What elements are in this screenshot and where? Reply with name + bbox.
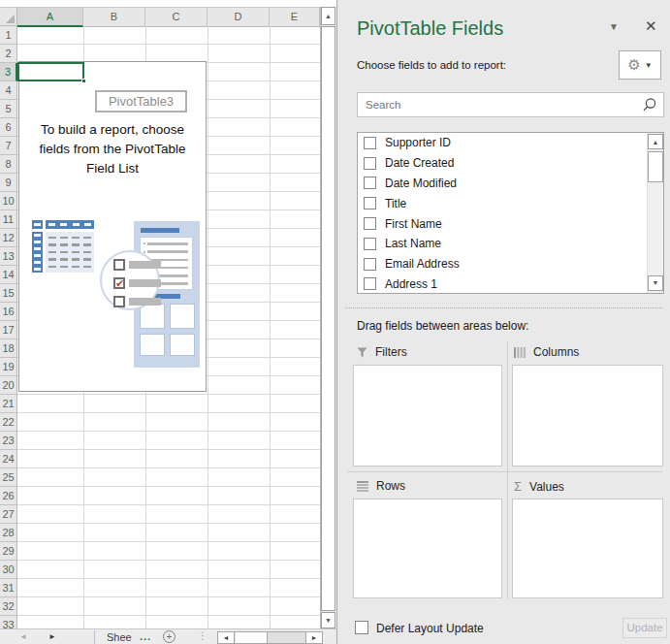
field-item[interactable]: Last Name [358,234,663,254]
field-item[interactable]: Title [358,193,663,213]
row-header-3[interactable]: 3 [0,63,17,81]
scroll-down-button[interactable]: ▼ [648,275,663,291]
search-icon[interactable] [641,97,657,117]
field-item[interactable]: Address 1 [358,274,663,294]
pivottable-fields-pane: PivotTable Fields ▼ ✕ Choose fields to a… [337,0,670,644]
field-checkbox[interactable] [364,258,376,271]
row-header-18[interactable]: 18 [0,339,17,358]
row-header-22[interactable]: 22 [0,413,17,432]
row-header-19[interactable]: 19 [0,358,17,376]
vertical-scroll-thumb[interactable] [321,26,335,611]
sheet-tab-overflow-dots[interactable]: ... [140,630,151,642]
row-header-6[interactable]: 6 [0,118,17,137]
pivottable-name-box: PivotTable3 [95,90,187,113]
horizontal-scrollbar[interactable]: ◄ ► [217,631,323,644]
values-drop-zone[interactable] [512,499,663,598]
column-header-c[interactable]: C [145,8,207,27]
row-header-14[interactable]: 14 [0,266,17,284]
pivottable-placeholder-message: To build a report, choose fields from th… [30,120,195,178]
defer-layout-label: Defer Layout Update [376,622,484,635]
rows-drop-zone[interactable] [353,499,502,598]
row-header-8[interactable]: 8 [0,155,17,174]
row-header-17[interactable]: 17 [0,321,17,339]
row-header-15[interactable]: 15 [0,284,17,303]
row-header-32[interactable]: 32 [0,597,17,616]
field-list[interactable]: Supporter IDDate CreatedDate ModifiedTit… [357,132,664,294]
field-checkbox[interactable] [364,238,376,250]
rows-area-label: Rows [357,479,405,493]
row-header-25[interactable]: 25 [0,468,17,487]
new-sheet-button[interactable]: + [163,630,175,643]
row-header-21[interactable]: 21 [0,395,17,413]
gridline [270,26,271,628]
row-header-9[interactable]: 9 [0,174,17,192]
row-header-16[interactable]: 16 [0,303,17,321]
magnifier-checkbox-graphic-icon: ✔ [100,250,160,310]
sheet-tab[interactable]: Shee [107,631,132,643]
row-header-4[interactable]: 4 [0,81,17,100]
field-list-scrollbar[interactable]: ▲ ▼ [647,133,663,293]
row-header-10[interactable]: 10 [0,192,17,210]
pivottable-placeholder: PivotTable3 To build a report, choose fi… [18,61,207,392]
field-checkbox[interactable] [364,217,376,230]
fill-handle[interactable] [81,79,86,83]
row-header-7[interactable]: 7 [0,137,17,155]
search-input[interactable] [358,93,639,116]
filters-drop-zone[interactable] [353,365,502,467]
row-header-29[interactable]: 29 [0,542,17,561]
prev-sheet-button[interactable]: ◄ [19,632,27,641]
row-header-27[interactable]: 27 [0,505,17,524]
pane-options-chevron-icon[interactable]: ▼ [609,21,619,32]
choose-fields-label: Choose fields to add to report: [357,59,506,71]
scroll-up-button[interactable]: ▲ [321,7,335,25]
row-header-33[interactable]: 33 [0,616,17,628]
field-checkbox[interactable] [364,137,376,149]
field-item[interactable]: Supporter ID [358,133,663,153]
active-cell-a3[interactable] [17,62,84,81]
field-label: Title [385,197,406,210]
scroll-right-button[interactable]: ► [305,632,322,643]
field-label: Last Name [385,237,441,250]
row-header-26[interactable]: 26 [0,487,17,505]
column-header-b[interactable]: B [83,8,145,27]
defer-layout-checkbox[interactable] [355,621,368,634]
columns-drop-zone[interactable] [512,365,663,467]
row-header-28[interactable]: 28 [0,524,17,542]
worksheet-area[interactable]: ABCDE 1234567891011121314151617181920212… [0,0,336,628]
scroll-left-button[interactable]: ◄ [218,632,235,643]
field-checkbox[interactable] [364,157,376,170]
row-header-12[interactable]: 12 [0,229,17,247]
horizontal-scroll-thumb[interactable] [236,632,268,643]
column-header-a[interactable]: A [17,8,83,27]
row-header-20[interactable]: 20 [0,376,17,395]
row-header-13[interactable]: 13 [0,247,17,266]
row-header-2[interactable]: 2 [0,45,17,63]
vertical-scrollbar[interactable]: ▲ ▼ [321,7,336,628]
row-header-23[interactable]: 23 [0,432,17,450]
tab-separator [94,630,95,644]
field-item[interactable]: Email Address [358,254,663,274]
column-header-d[interactable]: D [207,8,270,27]
scroll-up-button[interactable]: ▲ [648,134,663,149]
field-label: Date Created [385,156,454,170]
row-header-30[interactable]: 30 [0,561,17,579]
field-list-scroll-thumb[interactable] [648,151,663,182]
row-header-31[interactable]: 31 [0,579,17,597]
select-all-button[interactable] [0,7,17,26]
field-checkbox[interactable] [364,197,376,209]
tools-button[interactable]: ⚙ ▼ [619,50,661,80]
row-header-1[interactable]: 1 [0,26,17,45]
field-checkbox[interactable] [364,277,376,290]
field-item[interactable]: Date Modified [358,174,663,194]
row-header-24[interactable]: 24 [0,450,17,468]
next-sheet-button[interactable]: ► [48,632,56,641]
field-item[interactable]: First Name [358,213,663,234]
scroll-down-button[interactable]: ▼ [321,612,335,628]
field-item[interactable]: Date Created [358,153,663,174]
filter-icon [357,347,367,358]
pane-close-icon[interactable]: ✕ [645,17,657,35]
row-header-5[interactable]: 5 [0,100,17,118]
row-header-11[interactable]: 11 [0,210,17,229]
column-header-e[interactable]: E [270,8,320,27]
field-checkbox[interactable] [364,177,376,189]
